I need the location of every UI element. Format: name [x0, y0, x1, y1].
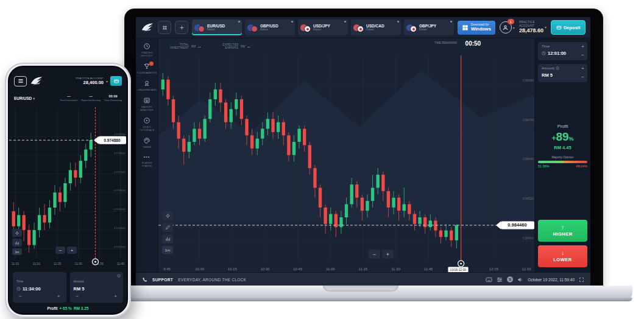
sidebar-item-theme[interactable]: THEME [136, 137, 157, 149]
asset-grid-button[interactable] [158, 21, 171, 34]
phone-deposit-button[interactable] [110, 76, 122, 86]
info-icon [556, 66, 559, 70]
sidebar-item-trading-history[interactable]: TRADING HISTORY [136, 43, 157, 57]
time-increase-button[interactable]: + [57, 293, 60, 299]
fullscreen-icon[interactable] [579, 277, 584, 282]
indicators-button[interactable] [162, 211, 173, 220]
sidebar-item-market-analysis[interactable]: MARKET ANALYSIS [136, 97, 157, 111]
svg-text:0.98760: 0.98760 [523, 118, 534, 122]
zoom-in-button[interactable]: + [67, 247, 77, 254]
asset-tab-usd-cad[interactable]: USD/CADForex [351, 19, 401, 35]
card-icon [556, 25, 562, 30]
indicators-button[interactable] [12, 229, 22, 237]
stage: EUR/USDForexGBP/USDForexUSD/JPYForexUSD/… [0, 0, 644, 319]
clock-icon [542, 51, 546, 55]
sidebar-item-leaderboard[interactable]: LEADERBOARD [136, 80, 157, 91]
svg-text:0.98400: 0.98400 [523, 236, 534, 240]
zoom-out-button[interactable]: − [369, 250, 380, 259]
zoom-out-button[interactable]: − [55, 247, 65, 254]
svg-text:11:15: 11:15 [12, 262, 19, 265]
laptop-base [89, 286, 632, 301]
sidebar-item-label: VIDEO TUTORIALS [136, 125, 157, 131]
svg-text:11:40: 11:40 [117, 262, 124, 265]
close-tab-icon[interactable] [450, 21, 452, 23]
menu-button[interactable] [14, 76, 27, 86]
price-chart[interactable]: 11:1511:2011:2511:3011:3511:400.97490000… [9, 103, 127, 268]
asset-tab-gbp-jpy[interactable]: GBP/JPYForex [404, 19, 454, 35]
drawing-tool-button[interactable] [162, 223, 173, 232]
svg-text:0.9748000: 0.9748000 [114, 152, 126, 155]
svg-text:0.974880: 0.974880 [104, 138, 120, 142]
expected-earning: EXPECTED EARNING RM -- [216, 43, 250, 50]
majority-bar [538, 161, 587, 163]
svg-text:0.98520: 0.98520 [523, 197, 534, 200]
majority-up-percent: 51.96% [538, 164, 550, 168]
asset-tab-gbp-usd[interactable]: GBP/USDForex [245, 19, 295, 35]
close-tab-icon[interactable] [238, 21, 240, 23]
brand-logo-icon [30, 75, 43, 86]
asset-tab-usd-jpy[interactable]: USD/JPYForex [298, 19, 348, 35]
status-s-badge[interactable]: S [507, 276, 513, 282]
phone-profit-value: RM 3.25 [74, 306, 89, 310]
amount-decrease-button[interactable]: − [76, 293, 79, 299]
tournaments-badge [149, 61, 154, 66]
svg-text:0.9744000: 0.9744000 [114, 226, 126, 230]
timeframe-button[interactable]: 1m [162, 246, 173, 254]
settings-sliders-icon[interactable] [497, 277, 503, 282]
sidebar-item-tournaments[interactable]: TOURNAMENTS [136, 63, 157, 74]
info-icon [117, 274, 121, 278]
chart-region: 9:4510:0010:1510:3010:4511:0011:1511:301… [158, 38, 534, 272]
chevron-down-icon: ▾ [33, 96, 35, 100]
phone-screen: PRACTICE ACCOUNT 28,400.00 ▾ EUR/USD ▾ — [8, 66, 128, 315]
time-remaining-label: TIME REMAINING [432, 41, 458, 44]
amount-decrease-button[interactable]: − [581, 75, 584, 80]
timeframe-button[interactable]: 1m [12, 248, 22, 255]
asset-tab-eur-usd[interactable]: EUR/USDForex [192, 19, 242, 35]
news-icon [143, 97, 150, 104]
profit-percent: +89% [538, 130, 587, 144]
close-tab-icon[interactable] [344, 21, 346, 23]
download-windows-button[interactable]: Download for Windows [458, 21, 495, 35]
phone-device: PRACTICE ACCOUNT 28,400.00 ▾ EUR/USD ▾ — [5, 63, 131, 318]
laptop-device: EUR/USDForexGBP/USDForexUSD/JPYForexUSD/… [124, 9, 603, 289]
phone-asset-selector[interactable]: EUR/USD ▾ [14, 96, 35, 100]
add-asset-button[interactable] [175, 21, 188, 34]
tab-market-label: Forex [207, 28, 225, 32]
zoom-in-button[interactable]: + [382, 250, 394, 259]
deposit-button[interactable]: Deposit [551, 20, 586, 35]
phone-profit-row: Profit + 65 % RM 3.25 [9, 303, 127, 314]
close-tab-icon[interactable] [397, 21, 399, 23]
chart-type-button[interactable] [162, 234, 173, 244]
sound-icon[interactable] [517, 277, 523, 282]
svg-text:0.9747000: 0.9747000 [114, 170, 126, 174]
sidebar-item-player-status[interactable]: ••• PLAYER STATUS [136, 154, 157, 167]
sidebar-item-video-tutorials[interactable]: VIDEO TUTORIALS [136, 117, 157, 131]
time-increase-button[interactable]: + [581, 44, 584, 49]
close-tab-icon[interactable] [291, 21, 293, 23]
lower-button[interactable]: ↓ LOWER [538, 245, 587, 267]
profile-menu[interactable]: 1 ▾ [500, 21, 515, 33]
amount-increase-button[interactable]: + [114, 293, 117, 299]
currency-flags-icon [300, 24, 311, 32]
higher-button[interactable]: ↑ HIGHER [538, 220, 587, 242]
amount-increase-button[interactable]: + [581, 66, 584, 71]
tab-market-label: Forex [260, 28, 278, 32]
support-link[interactable]: SUPPORT [152, 278, 173, 282]
svg-text:0.984460: 0.984460 [508, 222, 526, 228]
price-chart[interactable]: 9:4510:0010:1510:3010:4511:0011:1511:301… [158, 38, 534, 272]
svg-text:11:30: 11:30 [75, 262, 82, 265]
time-panel: Time 12:01:00 + − [538, 42, 587, 60]
account-switcher[interactable]: PRACTICE ACCOUNT 28,478.60 ▾ [519, 21, 547, 34]
sidebar-item-label: LEADERBOARD [137, 88, 157, 91]
phone-account-switcher[interactable]: PRACTICE ACCOUNT 28,400.00 [76, 77, 104, 85]
time-decrease-button[interactable]: − [581, 53, 584, 58]
time-decrease-button[interactable]: − [19, 293, 22, 299]
chart-type-button[interactable] [12, 239, 22, 247]
sidebar-item-label: TOURNAMENTS [136, 71, 157, 74]
trade-panel: Time 12:01:00 + − Amount RM 5 [534, 38, 590, 272]
keyboard-icon[interactable] [486, 277, 492, 282]
palette-icon [143, 137, 150, 144]
svg-text:11:15: 11:15 [359, 267, 368, 271]
support-tagline: EVERYDAY, AROUND THE CLOCK [178, 278, 246, 282]
account-balance: 28,478.60 [519, 27, 543, 34]
